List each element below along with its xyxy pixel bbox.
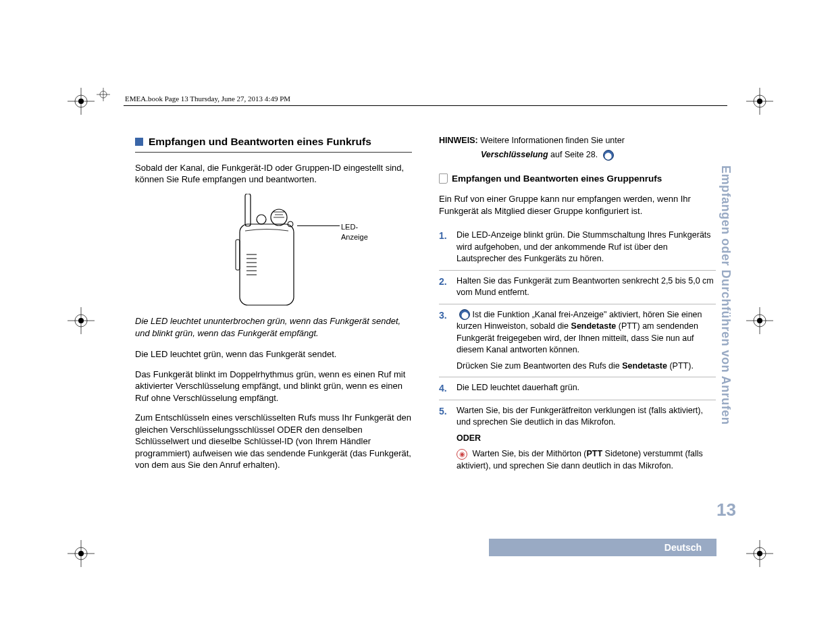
radio-illustration xyxy=(226,194,321,308)
step3-seg4: (PTT). xyxy=(667,361,694,371)
figure-caption: Die LED leuchtet ununterbrochen grün, we… xyxy=(135,315,412,339)
step-body: Halten Sie das Funkgerät zum Beantworten… xyxy=(457,275,716,299)
step-number: 4. xyxy=(439,382,450,395)
crop-mark-icon xyxy=(746,307,773,334)
note-text-a: Weitere Informationen finden Sie unter xyxy=(480,136,625,145)
crop-mark-icon xyxy=(746,540,773,567)
step3-seg3: Drücken Sie zum Beantworten des Rufs die xyxy=(457,361,622,371)
para-decrypt: Zum Entschlüsseln eines verschlüsselten … xyxy=(135,412,412,471)
step-body: Die LED-Anzeige blinkt grün. Die Stummsc… xyxy=(457,230,716,265)
crop-mark-icon xyxy=(68,307,95,334)
section-heading: Empfangen und Beantworten eines Funkrufs xyxy=(135,135,412,153)
language-tab: Deutsch xyxy=(489,539,716,556)
heading-text: Empfangen und Beantworten eines Funkrufs xyxy=(149,135,371,149)
svg-rect-28 xyxy=(245,194,251,226)
step-body: ⬤ Ist die Funktion „Kanal frei-Anzeige" … xyxy=(457,309,716,373)
feature-icon: ⬤ xyxy=(459,309,470,320)
book-icon xyxy=(439,173,448,184)
step-2: 2. Halten Sie das Funkgerät zum Beantwor… xyxy=(439,271,716,304)
crop-mark-icon xyxy=(68,88,95,115)
step-4: 4. Die LED leuchtet dauerhaft grün. xyxy=(439,377,716,400)
group-intro: Ein Ruf von einer Gruppe kann nur empfan… xyxy=(439,193,716,217)
svg-point-30 xyxy=(257,215,266,224)
step-number: 2. xyxy=(439,275,450,299)
chapter-title-vertical: Empfangen oder Durchführen von Anrufen xyxy=(719,165,733,496)
step-number: 5. xyxy=(439,405,450,473)
page-number: 13 xyxy=(716,500,736,520)
crop-mark-icon xyxy=(68,540,95,567)
note-indent: Verschlüsselung auf Seite 28. ⬤ xyxy=(481,149,716,161)
subheading: Empfangen und Beantworten eines Gruppenr… xyxy=(439,173,716,185)
step5-seg2a: Warten Sie, bis der Mithörton ( xyxy=(470,449,587,458)
info-lock-icon: ⬤ xyxy=(603,150,614,161)
steps-list: 1. Die LED-Anzeige blinkt grün. Die Stum… xyxy=(439,225,716,477)
leader-line xyxy=(297,225,340,226)
crop-mark-small-icon xyxy=(97,88,110,101)
step5-seg1: Warten Sie, bis der Funkgerätfreiton ver… xyxy=(457,405,716,429)
left-column: Empfangen und Beantworten eines Funkrufs… xyxy=(135,135,412,479)
sidetone-icon: ◉ xyxy=(457,449,467,460)
intro-paragraph: Sobald der Kanal, die Funkgerät-ID oder … xyxy=(135,162,412,186)
para-led-send: Die LED leuchtet grün, wenn das Funkgerä… xyxy=(135,348,412,360)
note-label: HINWEIS: xyxy=(439,136,478,145)
bullet-square-icon xyxy=(135,138,143,146)
crop-mark-icon xyxy=(746,88,773,115)
radio-figure: LED-Anzeige xyxy=(165,194,382,308)
header-meta-text: EMEA.book Page 13 Thursday, June 27, 201… xyxy=(125,95,290,103)
ptt-bold: PTT xyxy=(587,449,603,458)
subheading-text: Empfangen und Beantworten eines Gruppenr… xyxy=(452,173,662,185)
step-3: 3. ⬤ Ist die Funktion „Kanal frei-Anzeig… xyxy=(439,304,716,378)
step-body: Die LED leuchtet dauerhaft grün. xyxy=(457,382,716,395)
step-1: 1. Die LED-Anzeige blinkt grün. Die Stum… xyxy=(439,225,716,271)
svg-rect-27 xyxy=(240,224,294,305)
note-text-b: auf Seite 28. xyxy=(548,150,598,159)
step-5: 5. Warten Sie, bis der Funkgerätfreiton … xyxy=(439,400,716,477)
header-rule xyxy=(124,105,727,106)
led-label: LED-Anzeige xyxy=(341,222,382,242)
right-column: HINWEIS: Weitere Informationen finden Si… xyxy=(439,135,716,479)
note-row: HINWEIS: Weitere Informationen finden Si… xyxy=(439,135,716,146)
note-link[interactable]: Verschlüsselung xyxy=(481,150,548,159)
para-led-blink: Das Funkgerät blinkt im Doppelrhythmus g… xyxy=(135,369,412,404)
oder-bold: ODER xyxy=(457,433,481,443)
step-body: Warten Sie, bis der Funkgerätfreiton ver… xyxy=(457,405,716,473)
svg-rect-32 xyxy=(236,240,240,270)
step-number: 3. xyxy=(439,309,450,373)
ptt-bold: Sendetaste xyxy=(571,321,617,331)
ptt-bold: Sendetaste xyxy=(622,361,667,371)
sidebar: Empfangen oder Durchführen von Anrufen xyxy=(719,165,736,557)
step-number: 1. xyxy=(439,230,450,265)
